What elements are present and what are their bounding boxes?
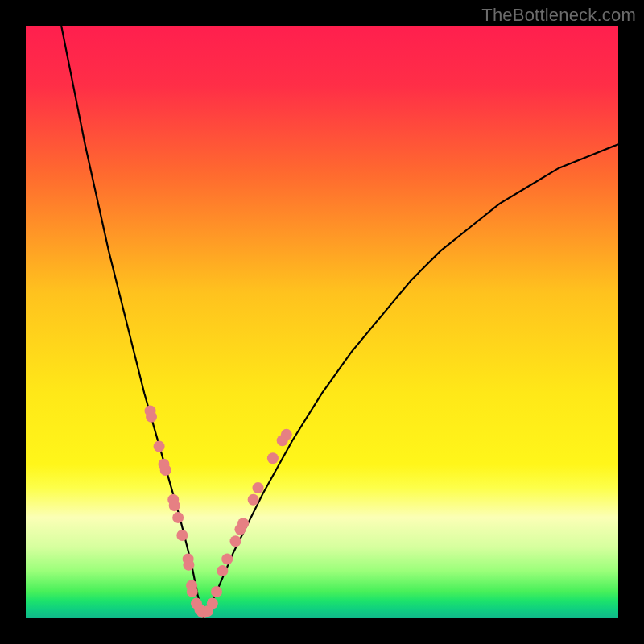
highlight-dot	[183, 559, 194, 571]
highlight-dot	[248, 494, 259, 506]
highlight-dot	[237, 518, 249, 529]
watermark-text: TheBottleneck.com	[481, 5, 636, 26]
highlight-dot	[176, 530, 188, 541]
plot-area	[26, 26, 618, 618]
highlight-dot	[154, 441, 165, 452]
highlight-dot	[221, 553, 233, 564]
highlight-dot	[207, 598, 218, 609]
highlight-dot	[281, 429, 292, 440]
highlight-dot	[187, 586, 198, 597]
highlight-dot	[169, 500, 180, 511]
bottleneck-curve	[61, 26, 618, 618]
highlight-dot	[160, 464, 171, 476]
highlight-dot	[267, 452, 279, 464]
highlight-dot	[217, 565, 228, 576]
highlight-dot	[172, 512, 184, 523]
highlight-dot	[253, 482, 264, 493]
highlight-dot	[230, 535, 242, 547]
highlight-dot	[146, 411, 157, 423]
chart-svg	[26, 26, 618, 618]
frame: TheBottleneck.com	[0, 0, 644, 644]
highlight-dot	[211, 586, 222, 597]
